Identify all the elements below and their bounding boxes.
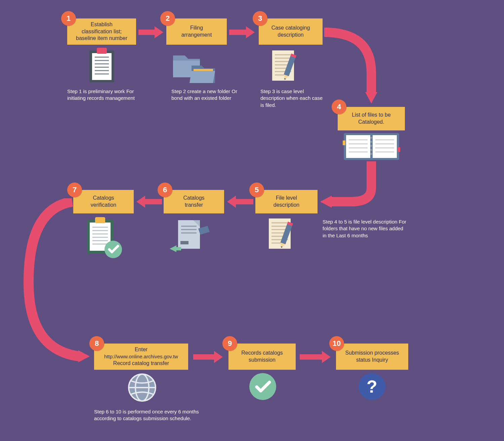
step-4-title-line1: List of files to be — [352, 112, 391, 119]
svg-point-85 — [249, 373, 276, 400]
clipboard-check-icon — [82, 216, 126, 261]
step-2-box: 2 Filing arrangement — [166, 18, 227, 45]
step-8-number-text: 8 — [95, 339, 99, 349]
svg-point-39 — [370, 137, 372, 139]
step-1-description: Step 1 is preliminary work For initiatin… — [67, 88, 138, 102]
svg-rect-29 — [346, 135, 370, 158]
svg-marker-24 — [155, 26, 163, 38]
step-10-number: 10 — [329, 336, 344, 351]
svg-marker-77 — [227, 196, 236, 208]
step-9-number-text: 9 — [228, 339, 232, 349]
svg-marker-91 — [322, 351, 331, 363]
step-8-title-line3: Record catalog transfer — [113, 360, 169, 367]
transfer-icon — [170, 217, 217, 258]
step-2-title-line1: Filing — [190, 25, 203, 32]
step-4-box: 4 List of files to be Cataloged. — [338, 107, 405, 130]
svg-marker-79 — [136, 196, 145, 208]
svg-rect-76 — [236, 199, 253, 204]
step-3-number-text: 3 — [258, 14, 262, 24]
step-8-description: Step 6 to 10 is performed once every 6 m… — [94, 408, 218, 422]
svg-rect-45 — [397, 147, 400, 152]
step-10-title-line1: Submission processes — [345, 350, 399, 357]
document-pencil-icon — [269, 49, 309, 87]
svg-rect-88 — [193, 354, 214, 360]
step-5-description: Step 4 to 5 is file level description Fo… — [323, 218, 407, 239]
step-4-number-text: 4 — [337, 102, 341, 112]
arrow-3-to-4 — [324, 26, 388, 110]
step-8-title-line1: Enter — [135, 346, 148, 353]
svg-rect-68 — [95, 217, 105, 223]
step-7-title-line2: verification — [91, 202, 116, 209]
step-4-number: 4 — [332, 99, 346, 114]
step-3-title-line1: Case cataloging — [271, 25, 310, 32]
step-10-title-line2: status Inquiry — [356, 357, 388, 364]
step-4-title-line2: Cataloged. — [358, 119, 384, 126]
svg-marker-89 — [214, 351, 223, 363]
step-2-description: Step 2 create a new folder Or bond with … — [171, 88, 239, 102]
step-8-number: 8 — [89, 336, 104, 351]
step-9-title-line1: Records catalogs — [241, 350, 283, 357]
step-5-box: 5 File level description — [255, 190, 318, 213]
svg-rect-90 — [300, 354, 322, 360]
step-6-title-line1: Catalogs — [183, 195, 204, 202]
svg-text:?: ? — [367, 377, 377, 396]
step-3-number: 3 — [253, 11, 267, 26]
check-circle-icon — [249, 372, 277, 402]
document-pencil-icon-2 — [265, 217, 306, 255]
notebook-icon — [342, 130, 401, 165]
step-5-title-line1: File level — [276, 195, 297, 202]
question-icon: ? — [358, 372, 386, 402]
svg-rect-25 — [229, 30, 246, 35]
step-5-number: 5 — [249, 183, 264, 197]
svg-rect-78 — [145, 199, 162, 204]
globe-icon — [127, 372, 157, 404]
step-10-box: 10 Submission processes status Inquiry — [336, 344, 408, 370]
step-9-number: 9 — [222, 336, 237, 351]
svg-point-3 — [100, 48, 103, 50]
svg-rect-59 — [178, 220, 200, 249]
step-9-box: 9 Records catalogs submission — [228, 344, 296, 370]
svg-point-40 — [370, 141, 372, 143]
clipboard-icon — [87, 47, 117, 85]
step-6-number-text: 6 — [163, 185, 167, 195]
svg-rect-64 — [180, 241, 188, 244]
step-8-title-line2: http://www.online.archives.gov.tw — [104, 353, 178, 360]
step-3-title-line2: description — [278, 32, 303, 39]
step-5-number-text: 5 — [255, 185, 259, 195]
svg-point-42 — [370, 149, 372, 151]
step-9-title-line2: submission — [249, 357, 276, 364]
step-8-box: 8 Enter http://www.online.archives.gov.t… — [94, 344, 188, 370]
step-1-number-text: 1 — [67, 14, 71, 24]
svg-rect-23 — [138, 30, 155, 35]
svg-point-43 — [370, 153, 372, 155]
step-6-number: 6 — [158, 183, 172, 197]
step-1-number: 1 — [61, 11, 76, 26]
step-10-number-text: 10 — [333, 339, 341, 349]
step-2-title-line2: arrangement — [181, 32, 212, 39]
step-6-title-line2: transfer — [185, 202, 203, 209]
svg-marker-27 — [365, 92, 377, 104]
step-2-number: 2 — [160, 11, 175, 26]
step-2-number-text: 2 — [166, 14, 170, 24]
step-6-box: 6 Catalogs transfer — [164, 190, 224, 213]
step-3-description: Step 3 is case level description when ea… — [260, 88, 328, 109]
step-3-box: 3 Case cataloging description — [259, 18, 323, 45]
arrow-6-to-7 — [135, 196, 162, 208]
step-5-title-line2: description — [274, 202, 299, 209]
step-7-number-text: 7 — [73, 185, 77, 195]
svg-point-41 — [370, 145, 372, 147]
arrow-1-to-2 — [138, 26, 164, 38]
step-7-box: 7 Catalogs verification — [73, 190, 134, 213]
step-1-box: 1 Establish classification list; baselin… — [67, 18, 136, 45]
arrow-5-to-6 — [226, 196, 253, 208]
folders-icon — [171, 49, 218, 87]
svg-rect-30 — [373, 135, 397, 158]
svg-marker-46 — [320, 196, 332, 208]
step-7-number: 7 — [67, 183, 82, 197]
step-7-title-line1: Catalogs — [93, 195, 114, 202]
step-1-title-line1: Establish — [91, 21, 113, 28]
step-1-title-line3: baseline item number — [76, 35, 127, 42]
svg-rect-44 — [343, 141, 345, 145]
arrow-9-to-10 — [300, 351, 332, 363]
arrow-8-to-9 — [193, 351, 223, 363]
